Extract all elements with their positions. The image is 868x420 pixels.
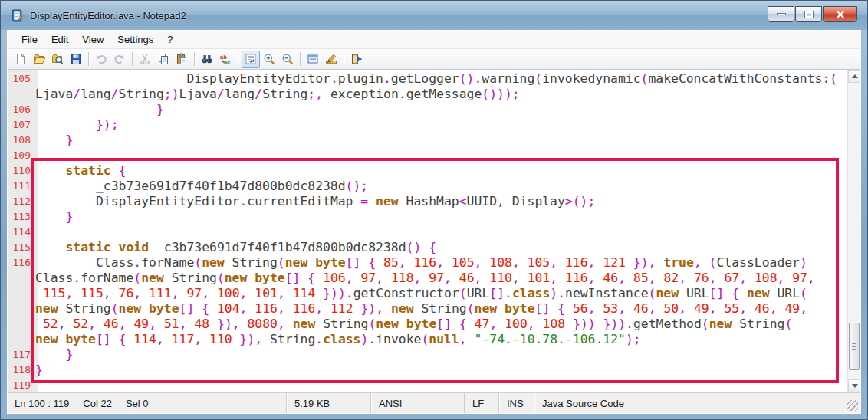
line-number bbox=[8, 286, 35, 301]
status-bar: Ln 100 : 119 Col 22 Sel 0 5.19 KB ANSI L… bbox=[8, 392, 860, 413]
code-row: 115 static void _c3b73e691d7f40f1b47d800… bbox=[8, 240, 847, 255]
paste-icon bbox=[176, 53, 188, 65]
zoom-in-icon bbox=[263, 53, 275, 65]
line-number: 119 bbox=[8, 378, 35, 392]
code-line-text: } bbox=[35, 347, 73, 363]
encoding-value: ANSI bbox=[379, 398, 402, 409]
resize-grip[interactable] bbox=[847, 400, 858, 411]
code-row: 111 _c3b73e691d7f40f1b47d800b0dc8238d(); bbox=[8, 179, 847, 194]
toolbar-separator bbox=[300, 52, 301, 66]
minimize-button[interactable] bbox=[768, 6, 794, 22]
scroll-up-button[interactable] bbox=[848, 70, 860, 83]
replace-button[interactable]: abac bbox=[216, 51, 235, 68]
line-number: 110 bbox=[8, 163, 35, 179]
find-button[interactable] bbox=[198, 51, 216, 68]
minimize-icon bbox=[777, 13, 786, 15]
line-number bbox=[8, 301, 35, 317]
browse-file-icon bbox=[51, 53, 64, 65]
toolbar-separator bbox=[344, 52, 344, 66]
zoom-out-button[interactable] bbox=[278, 51, 297, 68]
browse-file-button[interactable] bbox=[48, 51, 67, 68]
word-wrap-button[interactable] bbox=[242, 51, 260, 68]
syntax-scheme-button[interactable] bbox=[304, 51, 322, 68]
line-ending-value: LF bbox=[472, 398, 484, 409]
menu-item-edit[interactable]: Edit bbox=[44, 31, 75, 48]
close-button[interactable] bbox=[823, 6, 857, 22]
line-number: 117 bbox=[8, 347, 35, 363]
copy-icon bbox=[157, 53, 169, 65]
line-number: 105 bbox=[8, 71, 35, 87]
redo-button bbox=[110, 51, 129, 68]
line-number bbox=[8, 317, 35, 332]
open-file-icon bbox=[33, 53, 45, 65]
scroll-down-button[interactable] bbox=[848, 379, 860, 392]
window-controls bbox=[768, 6, 857, 22]
status-line-ending[interactable]: LF bbox=[465, 393, 499, 413]
code-area[interactable]: 105 DisplayEntityEditor.plugin.getLogger… bbox=[8, 71, 847, 392]
copy-button[interactable] bbox=[154, 51, 173, 68]
undo-button bbox=[92, 51, 110, 68]
status-file-size: 5.19 KB bbox=[287, 393, 371, 413]
editor-pane[interactable]: 105 DisplayEntityEditor.plugin.getLogger… bbox=[8, 70, 860, 392]
save-file-button[interactable] bbox=[67, 51, 85, 68]
code-line-text: DisplayEntityEditor.plugin.getLogger().w… bbox=[35, 71, 837, 87]
line-number: 111 bbox=[8, 179, 35, 194]
code-line-text: Class.forName(new String(new byte[] { 10… bbox=[35, 271, 815, 286]
code-row: 116 Class.forName(new String(new byte[] … bbox=[8, 255, 847, 271]
window-title: DisplayEntityEditor.java - Notepad2 bbox=[30, 10, 186, 21]
status-line: Ln 100 : 119 bbox=[15, 398, 69, 409]
undo-icon bbox=[95, 53, 107, 65]
zoom-in-button[interactable] bbox=[260, 51, 278, 68]
code-row: 108 } bbox=[8, 133, 847, 148]
menu-item-settings[interactable]: Settings bbox=[110, 31, 160, 48]
menu-item-file[interactable]: File bbox=[15, 31, 44, 48]
line-number: 116 bbox=[8, 255, 35, 271]
replace-icon: abac bbox=[219, 53, 232, 65]
toolbar-separator bbox=[88, 52, 89, 66]
line-number: 106 bbox=[8, 102, 35, 117]
exit-button[interactable] bbox=[347, 51, 366, 68]
code-row: 119 bbox=[8, 378, 847, 392]
menu-item-help[interactable]: ? bbox=[160, 31, 179, 48]
code-row: Ljava/lang/String;)Ljava/lang/String;, e… bbox=[8, 87, 847, 102]
svg-text:ac: ac bbox=[224, 59, 230, 65]
toolbar-separator bbox=[132, 52, 133, 66]
code-row: 113 } bbox=[8, 209, 847, 225]
status-encoding[interactable]: ANSI bbox=[371, 393, 465, 413]
maximize-button[interactable] bbox=[795, 6, 822, 22]
toolbar-separator bbox=[194, 52, 195, 66]
cut-button bbox=[136, 51, 154, 68]
caret-position-section: Ln 100 : 119 Col 22 Sel 0 bbox=[8, 393, 287, 413]
menu-item-view[interactable]: View bbox=[75, 31, 110, 48]
code-row: 106 } bbox=[8, 102, 847, 117]
code-line-text: Class.forName(new String(new byte[] { 85… bbox=[35, 255, 807, 271]
open-file-button[interactable] bbox=[30, 51, 48, 68]
status-syntax-scheme[interactable]: Java Source Code bbox=[534, 393, 860, 413]
status-insert-mode[interactable]: INS bbox=[499, 393, 534, 413]
code-line-text: new byte[] { 114, 117, 110 }), String.cl… bbox=[35, 332, 641, 347]
code-line-text: } bbox=[35, 363, 43, 378]
vertical-scrollbar[interactable] bbox=[847, 70, 860, 392]
arrow-down-icon bbox=[852, 384, 858, 388]
title-bar[interactable]: DisplayEntityEditor.java - Notepad2 bbox=[1, 1, 867, 30]
cut-icon bbox=[139, 53, 151, 65]
customize-scheme-button[interactable] bbox=[322, 51, 340, 68]
scheme-value: Java Source Code bbox=[542, 398, 624, 409]
line-number bbox=[8, 271, 35, 286]
notepad2-app-icon bbox=[11, 9, 24, 22]
insert-mode-value: INS bbox=[507, 398, 524, 409]
tool-bar: abac bbox=[8, 49, 860, 70]
save-file-icon bbox=[70, 53, 82, 65]
client-area: FileEditViewSettings? abac 105 DisplayEn… bbox=[7, 30, 861, 414]
code-line-text: }); bbox=[35, 117, 119, 133]
line-number: 114 bbox=[8, 225, 35, 240]
paste-button[interactable] bbox=[173, 51, 191, 68]
code-row: 109 bbox=[8, 148, 847, 163]
new-file-button[interactable] bbox=[12, 51, 30, 68]
scrollbar-thumb[interactable] bbox=[849, 323, 860, 370]
status-column: Col 22 bbox=[83, 398, 112, 409]
code-row: new byte[] { 114, 117, 110 }), String.cl… bbox=[8, 332, 847, 347]
word-wrap-icon bbox=[245, 53, 257, 65]
code-row: 118} bbox=[8, 363, 847, 378]
line-number bbox=[8, 332, 35, 347]
